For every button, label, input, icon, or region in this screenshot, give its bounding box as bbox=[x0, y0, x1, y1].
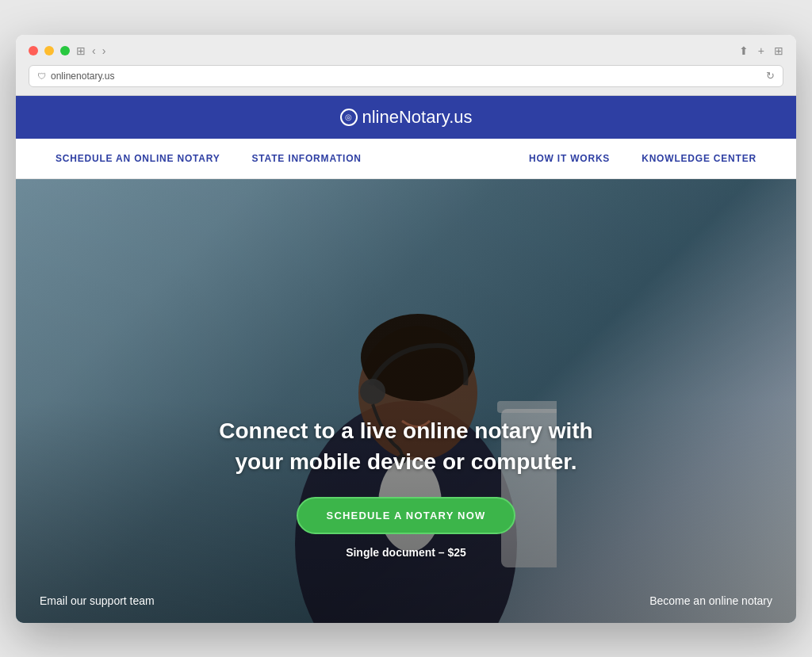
schedule-notary-button[interactable]: SCHEDULE A NOTARY NOW bbox=[297, 497, 516, 534]
forward-icon[interactable]: › bbox=[102, 44, 106, 57]
browser-controls: ⊞ ‹ › ⬆ + ⊞ bbox=[29, 44, 783, 57]
browser-window: ⊞ ‹ › ⬆ + ⊞ 🛡 onlinenotary.us ↻ ◎ nlineN… bbox=[16, 35, 796, 623]
hero-headline-line1: Connect to a live online notary with bbox=[219, 418, 592, 443]
security-icon: 🛡 bbox=[37, 71, 46, 81]
website-content: ◎ nlineNotary.us SCHEDULE AN ONLINE NOTA… bbox=[16, 96, 796, 623]
address-bar-row: 🛡 onlinenotary.us ↻ bbox=[29, 65, 783, 95]
address-bar[interactable]: 🛡 onlinenotary.us ↻ bbox=[29, 65, 783, 87]
site-nav: SCHEDULE AN ONLINE NOTARY STATE INFORMAT… bbox=[16, 139, 796, 179]
hero-headline-line2: your mobile device or computer. bbox=[235, 449, 576, 474]
email-support-link[interactable]: Email our support team bbox=[40, 594, 155, 607]
maximize-button[interactable] bbox=[60, 46, 70, 55]
close-button[interactable] bbox=[29, 46, 38, 55]
nav-left: SCHEDULE AN ONLINE NOTARY STATE INFORMAT… bbox=[40, 139, 377, 178]
nav-schedule-online-notary[interactable]: SCHEDULE AN ONLINE NOTARY bbox=[40, 139, 236, 178]
hero-headline: Connect to a live online notary with you… bbox=[16, 415, 796, 477]
nav-how-it-works[interactable]: HOW IT WORKS bbox=[513, 139, 626, 178]
share-icon[interactable]: ⬆ bbox=[739, 44, 749, 57]
logo-circle-icon: ◎ bbox=[340, 109, 358, 126]
logo-text: nlineNotary.us bbox=[362, 107, 473, 128]
hero-sub-text: Single document – $25 bbox=[346, 546, 466, 559]
new-tab-icon[interactable]: + bbox=[758, 44, 764, 57]
grid-icon[interactable]: ⊞ bbox=[774, 44, 783, 57]
browser-chrome: ⊞ ‹ › ⬆ + ⊞ 🛡 onlinenotary.us ↻ bbox=[16, 35, 796, 96]
refresh-icon[interactable]: ↻ bbox=[766, 70, 775, 82]
url-text: onlinenotary.us bbox=[51, 71, 115, 82]
nav-state-information[interactable]: STATE INFORMATION bbox=[236, 139, 377, 178]
site-logo: ◎ nlineNotary.us bbox=[32, 107, 780, 128]
hero-content: Connect to a live online notary with you… bbox=[16, 415, 796, 559]
become-notary-link[interactable]: Become an online notary bbox=[649, 594, 772, 607]
sidebar-toggle-icon[interactable]: ⊞ bbox=[76, 44, 86, 57]
back-icon[interactable]: ‹ bbox=[92, 44, 96, 57]
site-header: ◎ nlineNotary.us bbox=[16, 96, 796, 139]
minimize-button[interactable] bbox=[44, 46, 54, 55]
nav-right: HOW IT WORKS KNOWLEDGE CENTER bbox=[513, 139, 772, 178]
nav-knowledge-center[interactable]: KNOWLEDGE CENTER bbox=[626, 139, 772, 178]
hero-section: Connect to a live online notary with you… bbox=[16, 179, 796, 623]
